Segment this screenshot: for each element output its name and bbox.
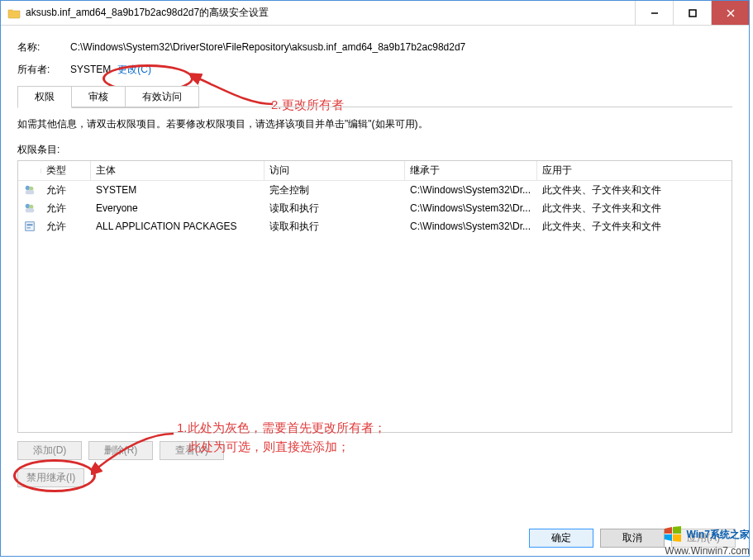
permission-entries-list[interactable]: 类型 主体 访问 继承于 应用于 允许 SYSTEM 完全控制 C:\Windo… (17, 160, 732, 433)
svg-rect-12 (27, 227, 31, 229)
window-title: aksusb.inf_amd64_8a9b17b2ac98d2d7的高级安全设置 (26, 6, 635, 20)
tab-permissions[interactable]: 权限 (17, 86, 72, 108)
maximize-button[interactable] (673, 1, 711, 25)
ok-button[interactable]: 确定 (529, 529, 593, 548)
entries-label: 权限条目: (17, 143, 732, 157)
svg-rect-10 (26, 222, 35, 231)
owner-label: 所有者: (17, 63, 70, 77)
table-row[interactable]: 允许 SYSTEM 完全控制 C:\Windows\System32\Dr...… (18, 181, 732, 199)
tab-audit[interactable]: 审核 (71, 86, 126, 108)
users-icon (18, 183, 41, 197)
titlebar[interactable]: aksusb.inf_amd64_8a9b17b2ac98d2d7的高级安全设置 (1, 1, 749, 26)
svg-rect-6 (26, 190, 35, 194)
svg-rect-1 (689, 10, 696, 17)
column-apply[interactable]: 应用于 (537, 161, 732, 180)
app-package-icon (18, 219, 41, 234)
name-label: 名称: (17, 40, 70, 55)
close-button[interactable] (711, 1, 749, 25)
remove-button: 删除(R) (88, 441, 153, 460)
table-row[interactable]: 允许 ALL APPLICATION PACKAGES 读取和执行 C:\Win… (18, 217, 732, 235)
column-access[interactable]: 访问 (265, 161, 405, 180)
folder-icon (7, 7, 21, 20)
column-inherit[interactable]: 继承于 (405, 161, 537, 180)
svg-rect-11 (27, 224, 33, 225)
column-type[interactable]: 类型 (41, 161, 91, 180)
table-row[interactable]: 允许 Everyone 读取和执行 C:\Windows\System32\Dr… (18, 199, 732, 217)
column-principal[interactable]: 主体 (91, 161, 265, 180)
apply-button: 应用(A) (671, 529, 736, 548)
cancel-button[interactable]: 取消 (600, 529, 665, 548)
name-row: 名称: C:\Windows\System32\DriverStore\File… (17, 40, 732, 55)
users-icon (18, 201, 41, 216)
svg-point-4 (26, 186, 30, 190)
add-button[interactable]: 添加(D) (17, 441, 82, 460)
owner-row: 所有者: SYSTEM 更改(C) (17, 63, 732, 77)
minimize-button[interactable] (635, 1, 673, 25)
instructions-text: 如需其他信息，请双击权限项目。若要修改权限项目，请选择该项目并单击"编辑"(如果… (17, 117, 732, 131)
dialog-advanced-security: aksusb.inf_amd64_8a9b17b2ac98d2d7的高级安全设置… (0, 0, 750, 557)
view-button: 查看(V) (160, 441, 224, 460)
column-header-row: 类型 主体 访问 继承于 应用于 (18, 161, 732, 181)
tab-bar: 权限 审核 有效访问 (17, 85, 732, 107)
svg-rect-9 (26, 208, 35, 212)
svg-point-7 (26, 204, 30, 208)
name-value: C:\Windows\System32\DriverStore\FileRepo… (70, 41, 465, 53)
owner-value: SYSTEM (70, 64, 111, 75)
change-owner-link[interactable]: 更改(C) (117, 63, 151, 77)
tab-effective-access[interactable]: 有效访问 (125, 86, 199, 108)
disable-inheritance-button: 禁用继承(I) (17, 468, 84, 487)
